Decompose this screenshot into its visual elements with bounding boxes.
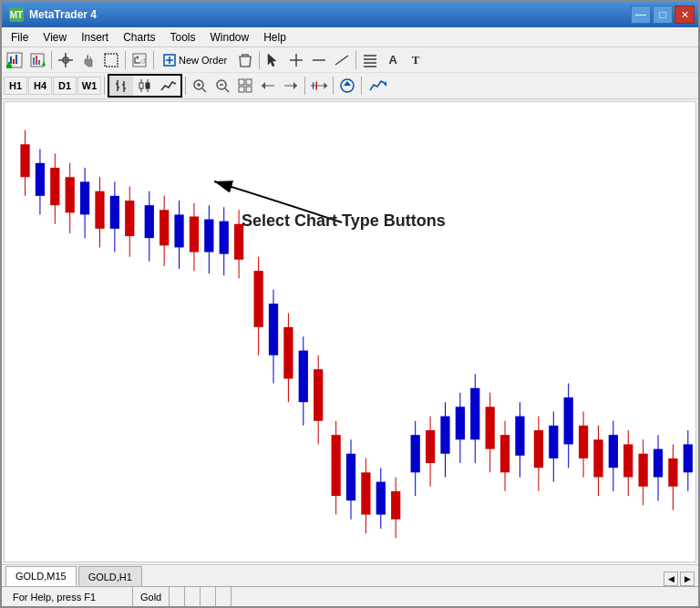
dash-tool-button[interactable] <box>308 50 330 70</box>
svg-rect-7 <box>31 54 44 67</box>
status-section-3 <box>170 587 185 606</box>
svg-rect-147 <box>639 454 648 487</box>
svg-rect-151 <box>668 459 677 487</box>
toolbar-row-2: H1 H4 D1 W1 <box>2 73 698 98</box>
minimize-button[interactable]: — <box>631 5 651 24</box>
template-button[interactable] <box>365 76 392 96</box>
svg-rect-69 <box>36 163 45 196</box>
separator-5 <box>355 51 356 69</box>
menu-file[interactable]: File <box>4 29 36 46</box>
status-bar: For Help, press F1 Gold <box>2 586 698 606</box>
new-order-button[interactable]: New Order <box>157 50 233 70</box>
trendline-button[interactable] <box>331 50 353 70</box>
arrow-cursor-button[interactable] <box>262 50 284 70</box>
scroll-right-button[interactable] <box>280 76 302 96</box>
plus-cursor-button[interactable] <box>285 50 307 70</box>
status-section-4 <box>185 587 201 606</box>
svg-rect-73 <box>66 177 75 212</box>
zoom-out-button[interactable] <box>211 76 233 96</box>
svg-rect-71 <box>50 168 59 205</box>
svg-rect-131 <box>515 417 524 456</box>
tabs-nav: ◀ ▶ <box>664 572 698 586</box>
chart-templates-button[interactable] <box>26 50 48 70</box>
svg-marker-11 <box>42 61 46 66</box>
crosshair-button[interactable] <box>55 50 77 70</box>
svg-rect-135 <box>549 426 558 459</box>
svg-line-48 <box>225 88 229 92</box>
svg-rect-119 <box>426 430 435 463</box>
separator-3 <box>153 51 154 69</box>
grid-toggle-button[interactable] <box>234 76 256 96</box>
tabs-prev-button[interactable]: ◀ <box>664 572 678 586</box>
svg-rect-30 <box>364 58 376 60</box>
svg-rect-149 <box>654 449 663 478</box>
new-order-label: New Order <box>179 55 227 66</box>
bar-chart-button[interactable] <box>109 76 133 96</box>
timeframe-h1[interactable]: H1 <box>4 77 27 95</box>
scroll-left-button[interactable] <box>257 76 279 96</box>
title-controls: — □ ✕ <box>631 5 695 24</box>
close-button[interactable]: ✕ <box>674 5 695 24</box>
undo-button[interactable]: ↺ <box>129 50 150 70</box>
new-chart-button[interactable] <box>4 50 26 70</box>
svg-rect-125 <box>470 388 479 440</box>
tab-gold-m15[interactable]: GOLD,M15 <box>5 566 77 586</box>
svg-rect-32 <box>364 66 376 67</box>
chart-area[interactable]: Select Chart Type Buttons <box>4 101 696 562</box>
timeframe-d1[interactable]: D1 <box>53 77 77 95</box>
svg-rect-137 <box>564 397 573 444</box>
objects-list-button[interactable] <box>359 50 381 70</box>
main-content: Select Chart Type Buttons GOLD,M15 GOLD,… <box>2 99 698 606</box>
delete-object-button[interactable] <box>234 50 256 70</box>
toolbar-row-1: ↺ New Order <box>2 47 698 73</box>
svg-rect-121 <box>440 417 449 454</box>
app-icon: MT <box>9 7 24 22</box>
svg-rect-53 <box>246 87 252 92</box>
chart-annotation: Select Chart Type Buttons <box>242 211 446 231</box>
chart-type-group <box>108 74 182 98</box>
svg-rect-139 <box>579 426 588 459</box>
tab-gold-h1[interactable]: GOLD,H1 <box>78 566 142 586</box>
line-chart-button[interactable] <box>157 76 180 96</box>
svg-rect-40 <box>139 83 143 88</box>
svg-rect-31 <box>364 62 376 64</box>
tabs-next-button[interactable]: ▶ <box>680 572 695 586</box>
tabs-bar: GOLD,M15 GOLD,H1 ◀ ▶ <box>2 564 698 586</box>
text-label-T[interactable]: T <box>405 50 427 70</box>
separator-7 <box>185 77 186 95</box>
text-label-A[interactable]: A <box>382 50 404 70</box>
window-title: MetaTrader 4 <box>29 8 97 21</box>
separator-8 <box>304 77 305 95</box>
svg-rect-117 <box>411 435 420 472</box>
svg-rect-85 <box>160 210 169 245</box>
menu-window[interactable]: Window <box>203 29 257 46</box>
svg-rect-77 <box>95 191 104 229</box>
timeframe-h4[interactable]: H4 <box>28 77 52 95</box>
tab-gold-m15-label: GOLD,M15 <box>15 571 67 582</box>
svg-rect-79 <box>110 196 119 229</box>
menu-view[interactable]: View <box>36 29 74 46</box>
maximize-button[interactable]: □ <box>653 5 673 24</box>
separator-2 <box>125 51 126 69</box>
status-section-6 <box>216 587 232 606</box>
menu-charts[interactable]: Charts <box>116 29 162 46</box>
zoom-select-button[interactable] <box>100 50 122 70</box>
chart-shift-button[interactable] <box>308 76 330 96</box>
svg-rect-51 <box>246 79 252 85</box>
auto-scroll-button[interactable] <box>336 76 358 96</box>
timeframe-w1[interactable]: W1 <box>77 77 101 95</box>
svg-rect-111 <box>361 472 370 514</box>
menu-tools[interactable]: Tools <box>163 29 203 46</box>
zoom-in-button[interactable] <box>189 76 211 96</box>
svg-marker-24 <box>268 54 276 67</box>
candlestick-chart-button[interactable] <box>133 76 157 96</box>
hand-tool-button[interactable] <box>77 50 99 70</box>
menu-help[interactable]: Help <box>256 29 293 46</box>
status-symbol: Gold <box>133 587 170 606</box>
svg-marker-55 <box>262 82 265 89</box>
svg-rect-129 <box>500 435 510 472</box>
svg-rect-105 <box>314 369 323 421</box>
svg-line-28 <box>335 56 348 65</box>
svg-rect-83 <box>145 205 154 238</box>
menu-insert[interactable]: Insert <box>74 29 116 46</box>
